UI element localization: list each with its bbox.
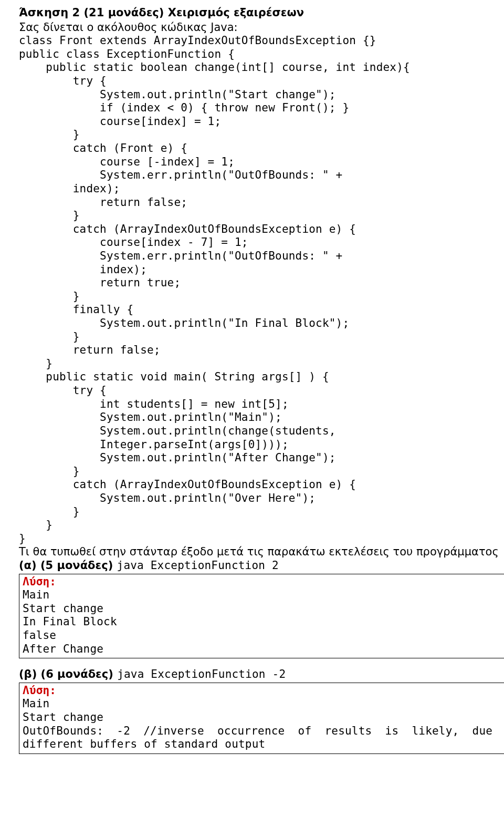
code-line: }	[19, 331, 80, 343]
code-line: course[index - 7] = 1;	[19, 236, 248, 249]
code-line: System.out.println("Start change");	[19, 88, 336, 101]
solution-label: Λύση:	[23, 684, 56, 697]
code-line: catch (ArrayIndexOutOfBoundsException e)…	[19, 478, 356, 491]
code-line: public static boolean change(int[] cours…	[19, 61, 410, 74]
output-line: false	[23, 629, 504, 643]
code-line: }	[19, 519, 52, 531]
code-line: class Front extends ArrayIndexOutOfBound…	[19, 34, 376, 47]
intro-line: Σας δίνεται ο ακόλουθος κώδικας Java:	[19, 21, 504, 35]
code-line: return false;	[19, 344, 161, 356]
code-line: }	[19, 357, 52, 370]
code-line: try {	[19, 75, 107, 87]
output-line: Main	[23, 697, 504, 711]
output-line: OutOfBounds: -2 //inverse occurrence of …	[23, 725, 504, 751]
code-line: System.out.println("After Change");	[19, 451, 336, 464]
code-line: }	[19, 209, 80, 222]
part-a-command: java ExceptionFunction 2	[117, 559, 279, 572]
java-code-block: class Front extends ArrayIndexOutOfBound…	[19, 34, 504, 545]
code-line: catch (Front e) {	[19, 142, 187, 154]
code-line: System.err.println("OutOfBounds: " +	[19, 169, 342, 181]
exercise-title: Άσκηση 2 (21 μονάδες) Χειρισμός εξαιρέσε…	[19, 6, 304, 19]
code-line: catch (ArrayIndexOutOfBoundsException e)…	[19, 223, 356, 235]
code-line: Integer.parseInt(args[0])));	[19, 438, 289, 451]
code-line: }	[19, 128, 80, 141]
code-line: System.out.println(change(students,	[19, 425, 336, 437]
code-line: public static void main( String args[] )…	[19, 370, 329, 383]
output-line: Start change	[23, 711, 504, 725]
code-line: course[index] = 1;	[19, 115, 221, 128]
code-line: if (index < 0) { throw new Front(); }	[19, 101, 349, 114]
output-line: Main	[23, 588, 504, 602]
question-intro: Τι θα τυπωθεί στην στάνταρ έξοδο μετά τι…	[19, 545, 504, 559]
code-line: }	[19, 505, 80, 518]
part-a-prefix: (α) (5 μονάδες)	[19, 559, 117, 572]
part-b-command: java ExceptionFunction -2	[117, 668, 286, 680]
part-b-label: (β) (6 μονάδες) java ExceptionFunction -…	[19, 668, 504, 682]
code-line: int students[] = new int[5];	[19, 398, 289, 410]
code-line: System.out.println("Over Here");	[19, 492, 316, 504]
code-line: }	[19, 532, 26, 545]
part-b-prefix: (β) (6 μονάδες)	[19, 668, 117, 680]
output-line: In Final Block	[23, 615, 504, 629]
code-line: return false;	[19, 196, 187, 209]
code-line: System.out.println("In Final Block");	[19, 317, 349, 329]
code-line: System.err.println("OutOfBounds: " +	[19, 250, 342, 262]
code-line: return true;	[19, 276, 181, 289]
part-a-solution-box: Λύση: Main Start change In Final Block f…	[19, 574, 504, 659]
code-line: try {	[19, 384, 107, 397]
code-line: public class ExceptionFunction {	[19, 48, 235, 60]
output-line: After Change	[23, 643, 504, 656]
solution-label: Λύση:	[23, 575, 56, 588]
code-line: course [-index] = 1;	[19, 156, 235, 168]
code-line: index);	[19, 263, 147, 276]
output-line: Start change	[23, 602, 504, 616]
part-a-label: (α) (5 μονάδες) java ExceptionFunction 2	[19, 559, 504, 573]
code-line: finally {	[19, 303, 133, 316]
code-line: index);	[19, 182, 120, 195]
code-line: }	[19, 465, 80, 478]
part-b-solution-box: Λύση: Main Start change OutOfBounds: -2 …	[19, 683, 504, 754]
code-line: System.out.println("Main");	[19, 411, 282, 424]
code-line: }	[19, 290, 80, 303]
